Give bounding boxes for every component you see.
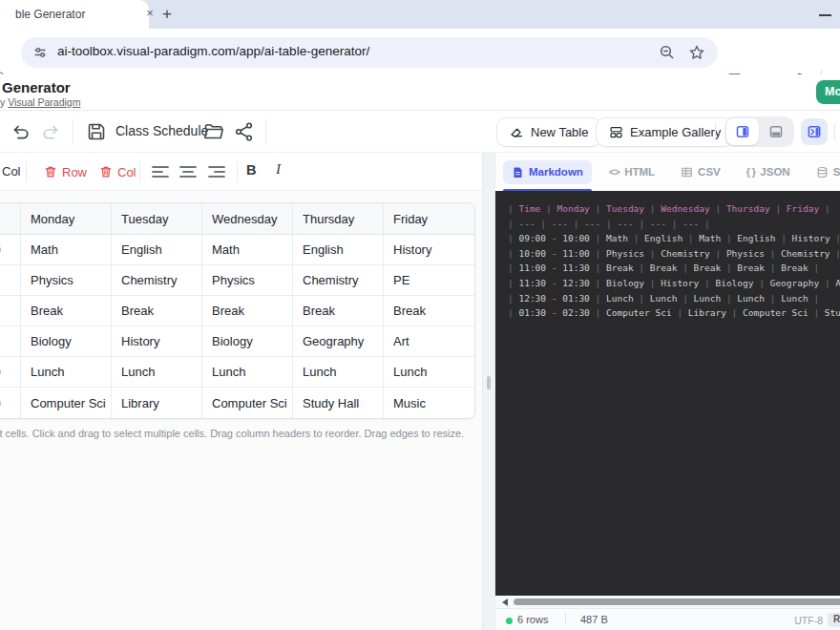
window-minimize-button[interactable] [819, 14, 831, 16]
table-cell[interactable]: Physics [202, 265, 293, 296]
toolbar-divider [265, 119, 266, 144]
redo-icon[interactable] [39, 120, 62, 143]
code-editor[interactable]: | Time | Monday | Tuesday | Wednesday | … [495, 191, 840, 596]
split-horizontal-button[interactable] [761, 118, 793, 145]
zoom-out-icon[interactable] [659, 44, 676, 61]
table-header-cell[interactable]: Thursday [293, 203, 384, 235]
grid-icon [681, 166, 693, 178]
table-cell[interactable]: Break [202, 296, 293, 326]
table-cell[interactable]: 10:00 - 11:00 [0, 265, 21, 296]
table-cell[interactable]: Physics [21, 265, 112, 296]
table-cell[interactable]: Lunch [384, 357, 474, 388]
scrollbar-thumb[interactable] [514, 598, 840, 605]
table-cell[interactable]: Geography [293, 326, 384, 357]
table-header-cell[interactable]: Monday [21, 203, 112, 235]
url-text[interactable]: ai-toolbox.visual-paradigm.com/app/ai-ta… [57, 44, 369, 58]
new-tab-button[interactable]: + [157, 4, 178, 25]
url-omnibox[interactable]: ai-toolbox.visual-paradigm.com/app/ai-ta… [21, 37, 718, 68]
table-header-cell[interactable]: Wednesday [202, 203, 293, 235]
schedule-table[interactable]: TimeMondayTuesdayWednesdayThursdayFriday… [0, 203, 474, 418]
table-header-cell[interactable]: Friday [384, 203, 474, 235]
open-folder-icon[interactable] [202, 120, 225, 143]
format-tab-sql[interactable]: SQL [808, 160, 840, 184]
table-cell[interactable]: PE [384, 265, 474, 296]
table-cell[interactable]: Study Hall [293, 388, 384, 418]
new-table-button[interactable]: New Table [496, 117, 601, 147]
table-cell[interactable]: Break [293, 296, 384, 326]
table-cell[interactable]: Lunch [202, 357, 293, 388]
table-cell[interactable]: Biology [202, 326, 293, 357]
table-header-cell[interactable]: Tuesday [112, 203, 202, 235]
table-header-cell[interactable]: Time [0, 203, 21, 235]
encoding-label: UTF-8 [794, 615, 823, 626]
document-title[interactable]: Class Schedule [116, 123, 208, 138]
undo-icon[interactable] [10, 120, 32, 143]
table-cell[interactable]: Break [21, 296, 112, 326]
splitter-handle[interactable] [487, 376, 491, 389]
align-center-icon[interactable] [177, 160, 200, 183]
example-gallery-button[interactable]: Example Gallery [596, 117, 734, 147]
eraser-icon [510, 125, 524, 139]
format-tab-bar: Markdown<>HTMLCSV{ }JSONSQL [503, 153, 840, 191]
table-cell[interactable]: Break [384, 296, 474, 326]
table-cell[interactable]: Lunch [293, 357, 384, 388]
table-cell[interactable]: Lunch [112, 357, 202, 388]
table-cell[interactable]: 11:30 - 12:30 [0, 326, 21, 357]
table-cell[interactable]: 11:00 - 11:30 [0, 296, 21, 326]
panel-splitter[interactable] [482, 153, 495, 630]
italic-button[interactable]: I [276, 161, 281, 178]
table-cell[interactable]: 01:30 - 02:30 [0, 388, 21, 418]
format-tab-html[interactable]: <>HTML [600, 160, 663, 183]
layout-toggle-group [724, 116, 794, 147]
main-toolbar: Class Schedule New Table [0, 111, 840, 153]
table-cell[interactable]: Math [202, 235, 293, 265]
format-tab-label: SQL [833, 166, 840, 178]
bookmark-star-icon[interactable] [688, 44, 705, 61]
format-tab-markdown[interactable]: Markdown [503, 160, 592, 184]
visual-paradigm-link[interactable]: Visual Paradigm [8, 96, 80, 108]
code-line: | 12:30 - 01:30 | Lunch | Lunch | Lunch … [508, 293, 840, 308]
scroll-left-icon[interactable] [502, 598, 508, 606]
status-bar: 6 rows 487 B UTF-8 R [495, 608, 840, 630]
expand-panel-button[interactable] [801, 118, 828, 145]
table-cell[interactable]: Library [112, 388, 202, 418]
table-cell[interactable]: Chemistry [293, 265, 384, 296]
site-settings-icon[interactable] [32, 45, 48, 60]
table-cell[interactable]: Computer Sci [202, 388, 293, 418]
table-cell[interactable]: Art [384, 326, 474, 357]
braces-icon: { } [746, 166, 756, 178]
code-line: | Time | Monday | Tuesday | Wednesday | … [508, 203, 840, 219]
table-cell[interactable]: Break [112, 296, 202, 326]
save-icon[interactable] [85, 120, 108, 143]
format-tab-json[interactable]: { }JSON [738, 160, 799, 183]
more-button[interactable]: Mo [816, 80, 840, 104]
split-vertical-button[interactable] [726, 118, 759, 145]
table-cell[interactable]: English [293, 235, 384, 265]
table-cell[interactable]: 09:00 - 10:00 [0, 235, 21, 265]
table-cell[interactable]: Computer Sci [21, 388, 112, 418]
table-cell[interactable]: Music [384, 388, 474, 418]
align-right-icon[interactable] [205, 160, 228, 183]
table-cell[interactable]: Lunch [21, 357, 112, 388]
add-col-button[interactable]: Col [2, 164, 21, 178]
align-left-icon[interactable] [149, 160, 172, 183]
delete-row-button[interactable]: Row [44, 160, 87, 183]
table-cell[interactable]: Biology [21, 326, 112, 357]
share-icon[interactable] [233, 120, 256, 143]
code-line: | 10:00 - 11:00 | Physics | Chemistry | … [508, 248, 840, 263]
code-line: | --- | --- | --- | --- | --- | --- | [508, 219, 840, 234]
table-cell[interactable]: History [112, 326, 202, 357]
table-cell[interactable]: English [112, 235, 202, 265]
row-count: 6 rows [517, 614, 548, 625]
table-cell[interactable]: Math [21, 235, 112, 265]
app-window: ble Generator × + ai-toolbox.visual-para… [0, 0, 840, 630]
delete-col-button[interactable]: Col [99, 160, 136, 183]
bold-button[interactable]: B [246, 162, 256, 178]
format-tab-csv[interactable]: CSV [672, 160, 729, 184]
table-cell[interactable]: 12:30 - 01:30 [0, 357, 21, 388]
table-cell[interactable]: Chemistry [112, 265, 202, 296]
browser-tab-strip: ble Generator × + [0, 0, 840, 29]
format-tab-label: CSV [698, 166, 721, 178]
table-cell[interactable]: History [384, 235, 474, 265]
horizontal-scrollbar[interactable] [495, 596, 840, 608]
